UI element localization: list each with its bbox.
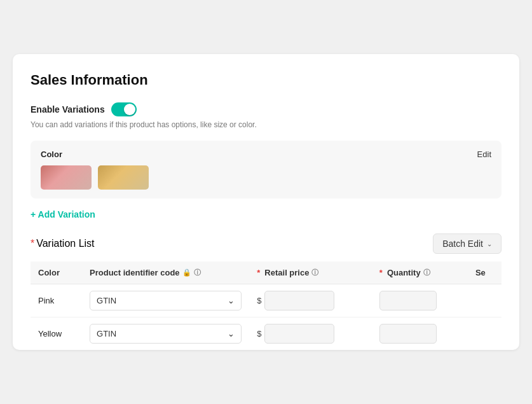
- required-star: *: [31, 238, 34, 249]
- lock-icon: 🔒: [182, 268, 191, 277]
- swatch-yellow[interactable]: [98, 165, 149, 190]
- gtin-chevron-yellow: ⌄: [228, 329, 235, 338]
- cell-color-pink: Pink: [31, 284, 82, 317]
- color-value-pink: Pink: [38, 296, 54, 305]
- enable-variations-label: Enable Variations: [31, 104, 105, 115]
- cell-gtin-yellow: GTIN ⌄: [82, 317, 249, 351]
- variation-table: Color Product identifier code 🔒 ⓘ * Reta…: [31, 261, 501, 350]
- info-icon-2: ⓘ: [311, 268, 318, 277]
- color-variation-header: Color Edit: [41, 150, 491, 159]
- gtin-select-pink[interactable]: GTIN ⌄: [90, 291, 242, 310]
- th-sel-label: Se: [475, 268, 486, 277]
- dollar-sign-yellow: $: [257, 329, 261, 338]
- cell-price-yellow: $: [249, 317, 372, 351]
- color-value-yellow: Yellow: [38, 329, 62, 338]
- th-quantity: * Quantity ⓘ: [372, 261, 468, 284]
- cell-sel-yellow: [468, 317, 501, 351]
- table-row: Yellow GTIN ⌄ $: [31, 317, 501, 351]
- dollar-sign-pink: $: [257, 296, 261, 305]
- qty-input-yellow[interactable]: [379, 324, 437, 344]
- enable-variations-toggle[interactable]: [111, 102, 137, 116]
- add-variation-label: + Add Variation: [31, 209, 95, 219]
- th-color: Color: [31, 261, 82, 284]
- table-header-row: Color Product identifier code 🔒 ⓘ * Reta…: [31, 261, 501, 284]
- required-star-2: *: [257, 268, 260, 277]
- th-quantity-label: * Quantity ⓘ: [379, 268, 430, 277]
- cell-qty-pink: [372, 284, 468, 317]
- color-variation-title: Color: [41, 150, 62, 159]
- gtin-chevron-pink: ⌄: [228, 296, 235, 305]
- page-title: Sales Information: [31, 72, 501, 88]
- th-retail-price-label: * Retail price ⓘ: [257, 268, 318, 277]
- table-body: Pink GTIN ⌄ $: [31, 284, 501, 351]
- cell-sel-pink: [468, 284, 501, 317]
- batch-edit-button[interactable]: Batch Edit ⌄: [433, 233, 501, 254]
- price-cell-yellow: $: [257, 324, 364, 344]
- table-header: Color Product identifier code 🔒 ⓘ * Reta…: [31, 261, 501, 284]
- swatch-yellow-blur: [98, 165, 149, 190]
- price-input-yellow[interactable]: [264, 324, 334, 344]
- th-product-id-label: Product identifier code 🔒 ⓘ: [90, 268, 201, 277]
- chevron-down-icon: ⌄: [487, 240, 492, 247]
- batch-edit-label: Batch Edit: [442, 239, 483, 249]
- variation-list-header: *Variation List Batch Edit ⌄: [31, 233, 501, 254]
- cell-qty-yellow: [372, 317, 468, 351]
- table-row: Pink GTIN ⌄ $: [31, 284, 501, 317]
- gtin-label-pink: GTIN: [97, 296, 116, 305]
- info-icon-3: ⓘ: [423, 268, 430, 277]
- th-sel: Se: [468, 261, 501, 284]
- enable-variations-row: Enable Variations: [31, 102, 501, 116]
- color-edit-link[interactable]: Edit: [477, 150, 491, 159]
- color-variation-box: Color Edit: [31, 141, 501, 199]
- enable-variations-hint: You can add variations if this product h…: [31, 120, 501, 129]
- cell-color-yellow: Yellow: [31, 317, 82, 351]
- required-star-3: *: [379, 268, 383, 277]
- add-variation-button[interactable]: + Add Variation: [31, 209, 95, 219]
- cell-price-pink: $: [249, 284, 372, 317]
- cell-gtin-pink: GTIN ⌄: [82, 284, 249, 317]
- th-color-label: Color: [38, 268, 60, 277]
- price-input-pink[interactable]: [264, 291, 334, 310]
- gtin-select-yellow[interactable]: GTIN ⌄: [90, 324, 242, 344]
- sales-information-card: Sales Information Enable Variations You …: [13, 54, 519, 350]
- swatches-row: [41, 165, 491, 190]
- qty-input-pink[interactable]: [379, 291, 437, 310]
- price-cell-pink: $: [257, 291, 364, 310]
- variation-list-title: *Variation List: [31, 238, 95, 249]
- info-icon-1: ⓘ: [194, 268, 201, 277]
- swatch-pink[interactable]: [41, 165, 92, 190]
- th-retail-price: * Retail price ⓘ: [249, 261, 372, 284]
- swatch-pink-blur: [41, 165, 92, 190]
- th-product-id: Product identifier code 🔒 ⓘ: [82, 261, 249, 284]
- gtin-label-yellow: GTIN: [97, 329, 116, 338]
